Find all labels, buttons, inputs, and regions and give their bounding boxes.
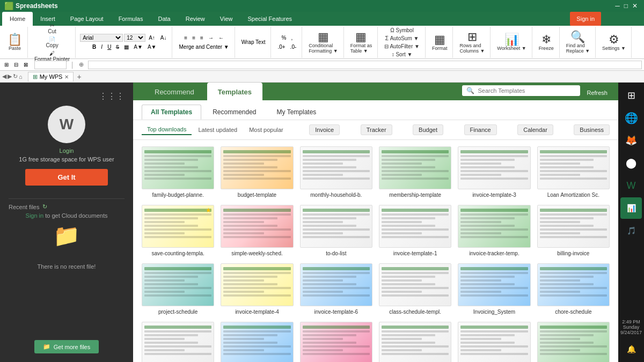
tab-data[interactable]: Data xyxy=(150,12,178,26)
settings-button[interactable]: ⚙ Settings ▼ xyxy=(600,29,628,56)
comma-button[interactable]: , xyxy=(289,34,295,42)
font-name-select[interactable]: Arial xyxy=(80,34,123,42)
my-templates-tab[interactable]: My Templates xyxy=(268,105,326,120)
category-finance[interactable]: Finance xyxy=(464,124,497,135)
close-btn[interactable]: ✕ xyxy=(632,2,638,10)
get-more-files-button[interactable]: 📁 Get more files xyxy=(34,340,99,353)
template-item[interactable]: to-do-list xyxy=(300,205,372,257)
decrease-decimal-button[interactable]: .0- xyxy=(288,43,299,51)
sort-latest-updated[interactable]: Latest updated xyxy=(193,125,243,135)
template-item[interactable]: receipt-template xyxy=(458,322,530,362)
os-chrome[interactable]: ⬤ xyxy=(620,152,642,174)
os-notifications[interactable]: 🔔 xyxy=(620,338,642,360)
template-item[interactable]: project-schedule xyxy=(142,263,214,315)
os-browser-firefox[interactable]: 🦊 xyxy=(620,130,642,151)
recommended-subtab[interactable]: Recommended xyxy=(203,105,265,120)
os-audacity-icon[interactable]: 🎵 xyxy=(620,220,642,241)
sign-in-link[interactable]: Sign in xyxy=(26,212,44,219)
align-left-button[interactable]: ≡ xyxy=(182,34,189,42)
minimize-btn[interactable]: ─ xyxy=(615,2,620,10)
my-wps-tab[interactable]: ⊞ My WPS ✕ xyxy=(28,72,74,82)
wps-tab-close[interactable]: ✕ xyxy=(64,74,69,80)
template-item[interactable]: family-budget-planne. xyxy=(142,146,214,198)
maximize-btn[interactable]: □ xyxy=(624,2,628,10)
get-it-button[interactable]: Get It xyxy=(25,169,107,186)
strikethrough-button[interactable]: S̶ xyxy=(114,43,121,51)
os-wps-icon[interactable]: W xyxy=(620,175,642,196)
percent-button[interactable]: % xyxy=(280,34,289,42)
home-tab-btn[interactable]: ⌂ xyxy=(19,73,23,80)
template-item[interactable]: wedding-budget xyxy=(300,322,372,362)
freeze-button[interactable]: ❄ Freeze xyxy=(537,29,556,56)
font-color-button[interactable]: A▼ xyxy=(145,43,159,51)
template-item[interactable]: employee-schedule xyxy=(142,322,214,362)
tab-home[interactable]: Home xyxy=(2,12,33,26)
rows-columns-button[interactable]: ⊞ Rows andColumns ▼ xyxy=(457,29,487,56)
wrap-text-button[interactable]: Wrap Text xyxy=(239,38,268,46)
template-item[interactable]: ★save-counting-templa. xyxy=(142,205,214,257)
refresh-recent-btn[interactable]: ↻ xyxy=(42,203,47,210)
italic-button[interactable]: I xyxy=(99,43,105,51)
copy-button[interactable]: 📄 Copy xyxy=(43,35,60,49)
increase-decimal-button[interactable]: .0+ xyxy=(275,43,287,51)
tab-formulas[interactable]: Formulas xyxy=(111,12,151,26)
refresh-tab-btn[interactable]: ↻ xyxy=(13,73,18,80)
os-spreadsheet-icon[interactable]: 📊 xyxy=(620,197,642,219)
template-item[interactable]: invoice-tracker-temp. xyxy=(458,205,530,257)
template-item[interactable]: Invoicing_System xyxy=(458,263,530,315)
sign-in-button[interactable]: Sign in xyxy=(570,12,601,26)
template-item[interactable]: template-22 xyxy=(379,322,451,362)
all-templates-tab[interactable]: All Templates xyxy=(142,105,201,120)
template-item[interactable]: billing-invoice xyxy=(537,205,610,257)
template-search-box[interactable]: 🔍 xyxy=(462,85,580,96)
align-center-button[interactable]: ≡ xyxy=(190,34,197,42)
conditional-formatting-button[interactable]: ▦ ConditionalFormatting ▼ xyxy=(306,29,340,56)
nav-forward-btn[interactable]: ▶ xyxy=(8,73,12,80)
view-toggle-3[interactable]: ⊠ xyxy=(21,61,30,69)
templates-tab[interactable]: Templates xyxy=(207,83,262,100)
formula-input[interactable] xyxy=(88,61,642,69)
merge-center-button[interactable]: Merge and Center ▼ xyxy=(177,43,231,51)
border-button[interactable]: ▦ xyxy=(122,43,131,51)
template-item[interactable]: invoice-template-6 xyxy=(300,263,372,315)
tab-special-features[interactable]: Special Features xyxy=(240,12,299,26)
category-budget[interactable]: Budget xyxy=(413,124,443,135)
category-calendar[interactable]: Calendar xyxy=(517,124,553,135)
category-tracker[interactable]: Tracker xyxy=(361,124,392,135)
template-item[interactable]: monthly-household-b. xyxy=(300,146,372,198)
worksheet-button[interactable]: 📊 Worksheet ▼ xyxy=(495,29,528,56)
template-item[interactable]: pay-cal-report xyxy=(537,322,610,362)
os-windows-btn[interactable]: ⊞ xyxy=(620,85,642,106)
sort-most-popular[interactable]: Most popular xyxy=(244,125,289,135)
format-as-table-button[interactable]: ▦ Format asTable ▼ xyxy=(348,29,375,56)
tab-review[interactable]: Review xyxy=(178,12,213,26)
formula-expand-btn[interactable]: ⊕ xyxy=(79,61,84,68)
indent-button[interactable]: → xyxy=(206,34,216,42)
filter-button[interactable]: ⊟ AutoFilter ▼ xyxy=(382,42,422,50)
template-item[interactable]: chore-schedule xyxy=(537,263,610,315)
os-browser-ie[interactable]: 🌐 xyxy=(620,107,642,129)
template-item[interactable]: invoice-template-1 xyxy=(379,205,451,257)
bold-button[interactable]: B xyxy=(90,43,98,51)
cut-button[interactable]: ✂ Cut xyxy=(44,21,60,35)
view-toggle-2[interactable]: ⊟ xyxy=(12,61,20,69)
cell-name-box[interactable] xyxy=(34,61,67,69)
fill-color-button[interactable]: A▼ xyxy=(131,43,145,51)
template-item[interactable]: Project_Management xyxy=(221,322,293,362)
format-button[interactable]: ▦ Format xyxy=(430,29,450,56)
outdent-button[interactable]: ← xyxy=(216,34,226,42)
recommend-tab[interactable]: Recommend xyxy=(144,83,205,100)
sort-button[interactable]: ↕ Sort ▼ xyxy=(390,50,415,58)
template-item[interactable]: Loan Amortization Sc. xyxy=(537,146,610,198)
font-grow-button[interactable]: A↑ xyxy=(147,34,157,42)
refresh-button[interactable]: Refresh xyxy=(587,90,608,96)
underline-button[interactable]: U xyxy=(105,43,113,51)
align-right-button[interactable]: ≡ xyxy=(198,34,206,42)
login-label[interactable]: Login xyxy=(60,147,74,154)
category-business[interactable]: Business xyxy=(574,124,610,135)
font-size-select[interactable]: 12 xyxy=(124,34,145,42)
template-item[interactable]: invoice-template-4 xyxy=(221,263,293,315)
find-replace-button[interactable]: 🔍 Find andReplace ▼ xyxy=(564,29,592,56)
template-search-input[interactable] xyxy=(478,87,576,94)
template-item[interactable]: budget-template xyxy=(221,146,293,198)
